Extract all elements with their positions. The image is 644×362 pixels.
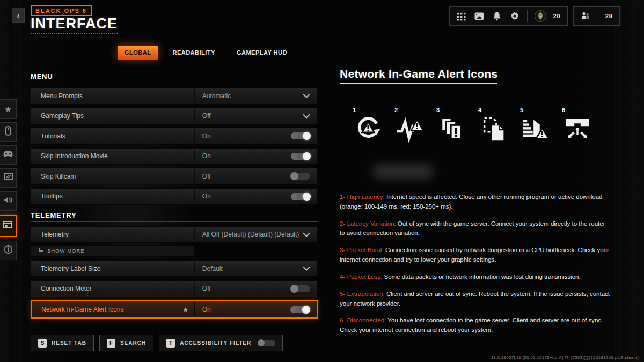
- desc-latency-variation: 2- Latency Variation: Out of sync with t…: [340, 219, 611, 239]
- search-label: SEARCH: [120, 340, 146, 346]
- sidebar-item-interface[interactable]: [0, 215, 17, 237]
- setting-value: All Off (Default) (Default) (Default): [194, 231, 303, 238]
- redacted-text-blur: [373, 165, 433, 179]
- chevron-down-icon[interactable]: [303, 232, 310, 237]
- icon-number: 4: [478, 107, 481, 113]
- search-button[interactable]: F SEARCH: [99, 335, 153, 351]
- keycap-f: F: [107, 339, 115, 348]
- setting-row-menu-prompts[interactable]: Menu Prompts Automatic: [31, 87, 318, 104]
- accessibility-filter-button[interactable]: T ACCESSIBILITY FILTER: [159, 335, 283, 351]
- setting-label: Tutorials: [31, 132, 194, 140]
- chevron-down-icon[interactable]: [303, 266, 310, 271]
- toggle-on[interactable]: [291, 132, 310, 139]
- toggle-off[interactable]: [291, 173, 310, 180]
- row-divider: [194, 262, 195, 275]
- accessibility-toggle-off[interactable]: [258, 340, 275, 346]
- sidebar-item-controller[interactable]: [0, 145, 17, 165]
- edge-texture-right: [613, 0, 644, 362]
- detail-title-wrap: Network In-Game Alert Icons: [340, 68, 614, 84]
- logo: BLACK OPS 6 INTERFACE: [31, 5, 118, 34]
- disconnected-icon: 6: [563, 112, 592, 145]
- sidebar-item-audio[interactable]: [0, 191, 17, 211]
- keycap-t: T: [166, 339, 175, 348]
- sidebar-item-network[interactable]: [0, 241, 17, 260]
- icon-number: 1: [353, 107, 356, 113]
- row-divider: [194, 302, 195, 316]
- topbar-social-box[interactable]: 28: [573, 6, 620, 26]
- row-divider: [194, 169, 195, 183]
- setting-value: On: [194, 132, 291, 140]
- speaker-icon: [4, 196, 12, 206]
- chevron-down-icon[interactable]: [303, 114, 310, 119]
- toggle-on[interactable]: [291, 153, 310, 160]
- latency-variation-icon: 2: [396, 112, 425, 145]
- tab-global[interactable]: GLOBAL: [118, 46, 158, 60]
- keycap-s: S: [38, 339, 47, 348]
- row-divider: [194, 150, 195, 163]
- setting-label: Menu Prompts: [31, 92, 194, 100]
- row-divider: [194, 109, 195, 123]
- row-divider: [194, 129, 195, 143]
- row-divider: [194, 282, 195, 295]
- topbar-divider: [527, 10, 528, 22]
- row-divider: [194, 228, 195, 241]
- setting-value: Off: [194, 112, 303, 120]
- grid-icon[interactable]: [456, 11, 467, 21]
- setting-row-telemetry-label-size[interactable]: Telemetry Label Size Default: [31, 260, 318, 277]
- desc-extrapolation: 5- Extrapolation: Client and server are …: [340, 290, 611, 309]
- setting-value: On: [194, 152, 291, 160]
- bell-icon[interactable]: [492, 11, 502, 21]
- high-latency-icon: 1: [354, 112, 383, 145]
- antenna-icon: [4, 245, 13, 256]
- desc-high-latency: 1- High Latency: Internet speed is affec…: [340, 193, 611, 212]
- indent-elbow-icon: [39, 248, 43, 252]
- setting-label: Tooltips: [31, 193, 194, 200]
- setting-label: Connection Meter: [31, 285, 194, 292]
- telemetry-rows: Telemetry All Off (Default) (Default) (D…: [31, 226, 318, 319]
- sidebar-item-favorites[interactable]: ★: [0, 99, 17, 119]
- mouse-icon: [4, 126, 12, 138]
- packet-loss-icon: 4: [479, 112, 508, 145]
- tab-readability[interactable]: READABILITY: [165, 46, 222, 60]
- icon-number: 3: [436, 107, 440, 113]
- setting-value: On: [194, 306, 290, 313]
- setting-row-telemetry[interactable]: Telemetry All Off (Default) (Default) (D…: [31, 226, 318, 243]
- photo-icon[interactable]: [474, 11, 485, 21]
- sidebar-item-mouse[interactable]: [0, 122, 17, 142]
- star-icon: ★: [4, 105, 11, 113]
- desc-packet-loss: 4- Packet Loss: Some data packets or net…: [340, 272, 611, 282]
- social-divider: [598, 10, 598, 22]
- show-more-button[interactable]: SHOW MORE: [31, 245, 194, 256]
- setting-row-gameplay-tips[interactable]: Gameplay Tips Off: [31, 108, 318, 124]
- row-divider: [194, 89, 195, 102]
- toggle-on[interactable]: [290, 306, 310, 313]
- toggle-on[interactable]: [291, 193, 310, 200]
- setting-row-connection-meter[interactable]: Connection Meter Off: [31, 280, 318, 297]
- alert-descriptions: 1- High Latency: Internet speed is affec…: [340, 193, 614, 335]
- build-version-text: 11.0.19637L11 [20:52:10173+LL:A] Th [730…: [491, 355, 639, 360]
- layout-icon: [3, 221, 12, 231]
- setting-label: Skip Introduction Movie: [31, 152, 194, 160]
- setting-row-tutorials[interactable]: Tutorials On: [31, 128, 318, 144]
- section-header-telemetry: TELEMETRY: [31, 211, 318, 222]
- setting-row-tooltips[interactable]: Tooltips On: [31, 188, 318, 205]
- menu-rows: Menu Prompts Automatic Gameplay Tips Off…: [31, 87, 318, 205]
- tab-gameplay-hud[interactable]: GAMEPLAY HUD: [230, 46, 294, 60]
- setting-label: Telemetry: [31, 231, 194, 238]
- chevron-down-icon[interactable]: [303, 93, 310, 98]
- game-badge: BLACK OPS 6: [31, 5, 92, 16]
- icon-number: 2: [394, 107, 398, 113]
- reset-tab-button[interactable]: S RESET TAB: [31, 335, 94, 351]
- setting-row-skip-killcam[interactable]: Skip Killcam Off: [31, 168, 318, 184]
- tab-bar: GLOBAL READABILITY GAMEPLAY HUD: [118, 46, 294, 60]
- detail-panel: Network In-Game Alert Icons 1 2 3 4 5: [340, 68, 614, 343]
- sidebar-item-display[interactable]: [0, 168, 17, 188]
- back-button[interactable]: ‹: [12, 8, 25, 23]
- setting-row-network-in-game-alert-icons[interactable]: Network In-Game Alert Icons ★ On: [31, 300, 318, 319]
- page-title: INTERFACE: [31, 17, 118, 34]
- setting-row-skip-introduction-movie[interactable]: Skip Introduction Movie On: [31, 148, 318, 165]
- interface-settings-screen: ‹ BLACK OPS 6 INTERFACE 20: [0, 0, 644, 362]
- toggle-off[interactable]: [291, 285, 310, 292]
- alert-icons-row: 1 2 3 4 5 6: [354, 112, 614, 145]
- gear-icon[interactable]: [509, 11, 520, 21]
